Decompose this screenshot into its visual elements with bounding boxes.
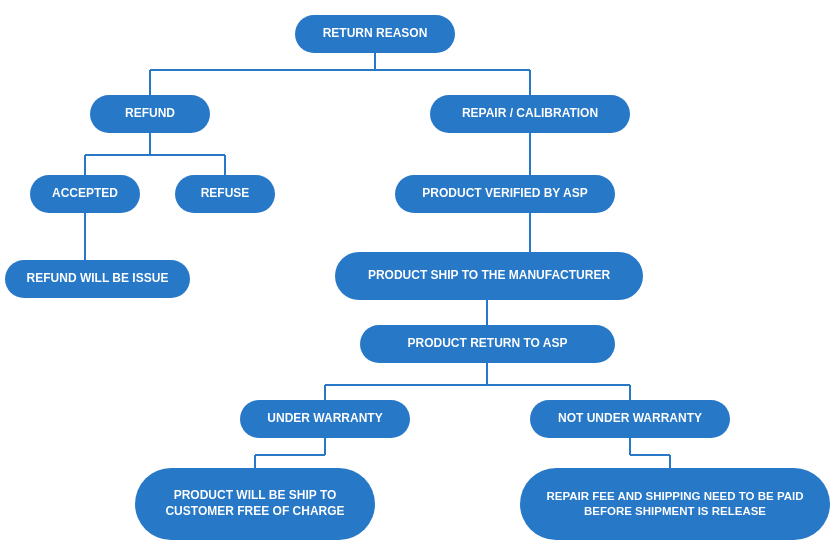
node-product-verified: PRODUCT VERIFIED BY ASP: [395, 175, 615, 213]
node-refund: REFUND: [90, 95, 210, 133]
node-accepted: ACCEPTED: [30, 175, 140, 213]
node-free-charge: PRODUCT WILL BE SHIP TO CUSTOMER FREE OF…: [135, 468, 375, 540]
node-return-reason: RETURN REASON: [295, 15, 455, 53]
node-under-warranty: UNDER WARRANTY: [240, 400, 410, 438]
node-repair-cal: REPAIR / CALIBRATION: [430, 95, 630, 133]
node-refuse: REFUSE: [175, 175, 275, 213]
node-ship-manufacturer: PRODUCT SHIP TO THE MANUFACTURER: [335, 252, 643, 300]
flowchart: RETURN REASON REFUND REPAIR / CALIBRATIO…: [0, 0, 839, 553]
node-return-asp: PRODUCT RETURN TO ASP: [360, 325, 615, 363]
node-repair-fee: REPAIR FEE AND SHIPPING NEED TO BE PAID …: [520, 468, 830, 540]
node-refund-issue: REFUND WILL BE ISSUE: [5, 260, 190, 298]
node-not-under-warranty: NOT UNDER WARRANTY: [530, 400, 730, 438]
